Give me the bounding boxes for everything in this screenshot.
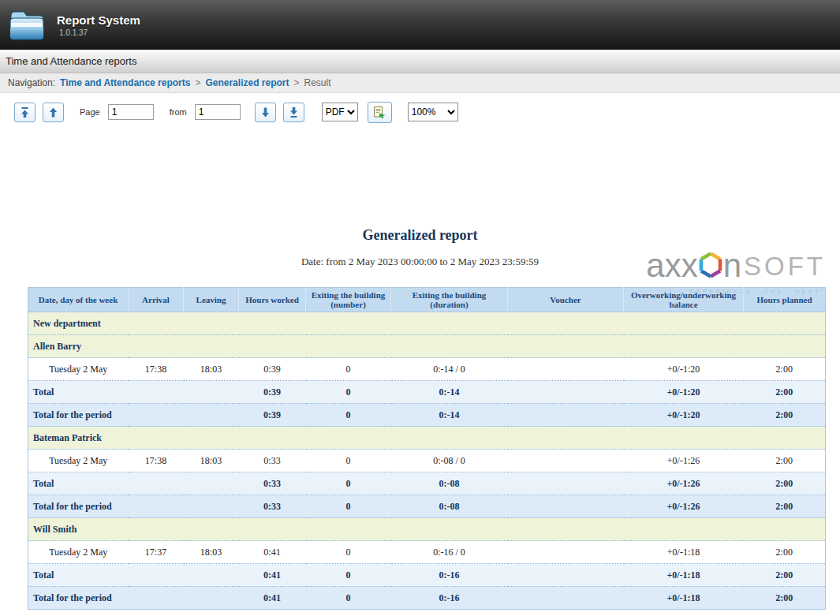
breadcrumb-link-generalized-report[interactable]: Generalized report [205,77,289,88]
table-row: Tuesday 2 May17:3818:030:3900:-14 / 0+0/… [28,358,826,381]
page-number-input[interactable] [108,104,154,120]
period-total-row: Total for the period0:4100:-16+0/-1:182:… [28,587,826,610]
table-cell: 17:38 [129,358,184,381]
table-cell [508,587,624,610]
last-page-button[interactable] [283,103,304,122]
table-cell: 2:00 [744,541,826,564]
table-cell [184,564,239,587]
logo-text-soft: SOFT [744,253,826,279]
table-cell: +0/-1:20 [624,404,744,427]
column-header: Date, day of the week [28,288,129,312]
column-header: Exiting the building (number) [306,288,391,312]
column-header: Hours worked [239,288,306,312]
table-cell: 0:39 [239,404,306,427]
folder-icon [8,9,46,42]
table-cell [184,404,239,427]
table-cell: 0 [306,495,391,518]
table-cell: 0 [306,450,391,472]
table-cell: 0 [306,404,391,427]
report-title: Generalized report [0,227,840,244]
column-header: Voucher [508,288,624,312]
table-cell: 0 [306,541,391,564]
table-cell [184,381,239,404]
department-row-label: New department [28,312,826,335]
total-row: Total0:4100:-16+0/-1:182:00 [28,564,826,587]
toolbar: Page from PDF 100% [0,93,840,131]
table-cell [508,381,624,404]
table-cell [129,564,184,587]
table-cell [508,450,624,472]
page-label: Page [80,107,100,117]
table-cell [129,587,184,610]
table-cell [508,358,624,381]
table-cell: +0/-1:20 [624,381,744,404]
table-cell: 2:00 [744,450,826,472]
total-row: Total0:3900:-14+0/-1:202:00 [28,381,826,404]
period-total-row: Total for the period0:3300:-08+0/-1:262:… [28,495,826,518]
table-cell: Tuesday 2 May [28,358,129,381]
period-total-row: Total for the period0:3900:-14+0/-1:202:… [28,404,826,427]
app-title: Report System [57,13,140,27]
table-cell: 17:38 [129,450,184,472]
table-cell: 0:-16 [391,587,508,610]
table-cell [129,472,184,495]
breadcrumb-link-time-attendance[interactable]: Time and Attendance reports [60,77,190,88]
table-cell: 0:39 [239,381,306,404]
table-cell: 2:00 [744,587,826,610]
table-cell [184,472,239,495]
breadcrumb: Navigation: Time and Attendance reports … [0,73,840,93]
table-cell: 0:41 [239,587,306,610]
export-document-icon [373,106,386,118]
table-cell [508,404,624,427]
employee-row-label: Allen Barry [28,335,826,358]
table-cell [184,587,239,610]
breadcrumb-label: Navigation: [8,77,55,88]
employee-row: Will Smith [28,518,826,541]
table-cell: Total for the period [28,495,129,518]
table-cell [508,472,624,495]
table-cell: 2:00 [744,381,826,404]
next-page-icon [260,106,271,118]
app-version: 1.0.1.37 [59,28,140,37]
logo-tagline: EXPERIENCE THE NEXT° [646,288,826,295]
logo-text-n: n [723,249,741,282]
table-cell [508,541,624,564]
report-table-body: New departmentAllen BarryTuesday 2 May17… [28,312,826,610]
logo-text-axx: axx [646,249,697,282]
report-viewport: axx n SOFT EXPERIENCE THE NEXT° Generali… [0,227,840,616]
table-cell: 0:-14 [391,381,508,404]
axxonsoft-logo: axx n SOFT EXPERIENCE THE NEXT° [646,249,826,295]
table-cell: Tuesday 2 May [28,450,129,472]
zoom-select[interactable]: 100% [408,103,458,121]
table-cell: Total [28,381,129,404]
table-cell: 2:00 [744,472,826,495]
total-pages-input[interactable] [195,104,241,120]
column-header: Exiting the building (duration) [391,288,508,312]
table-cell: 0:33 [239,495,306,518]
table-cell: 18:03 [184,541,239,564]
column-header: Arrival [129,288,184,312]
total-row: Total0:3300:-08+0/-1:262:00 [28,472,826,495]
export-button[interactable] [368,102,392,123]
table-cell: Total for the period [28,587,129,610]
table-cell: 0:41 [239,564,306,587]
table-cell: +0/-1:18 [624,564,744,587]
next-page-button[interactable] [255,103,276,122]
employee-row-label: Bateman Patrick [28,427,826,450]
first-page-icon [20,106,30,118]
table-row: Tuesday 2 May17:3818:030:3300:-08 / 0+0/… [28,450,826,472]
previous-page-button[interactable] [43,103,64,122]
table-cell [129,495,184,518]
app-title-block: Report System 1.0.1.37 [57,13,140,37]
from-label: from [170,107,187,117]
table-cell: 2:00 [744,404,826,427]
employee-row: Bateman Patrick [28,427,826,450]
export-format-select[interactable]: PDF [322,103,358,121]
table-cell: Total for the period [28,404,129,427]
app-header: Report System 1.0.1.37 [0,0,840,50]
table-cell: 0:-14 / 0 [391,358,508,381]
first-page-button[interactable] [14,103,35,122]
breadcrumb-current: Result [304,77,330,88]
last-page-icon [289,106,299,118]
table-cell [184,495,239,518]
